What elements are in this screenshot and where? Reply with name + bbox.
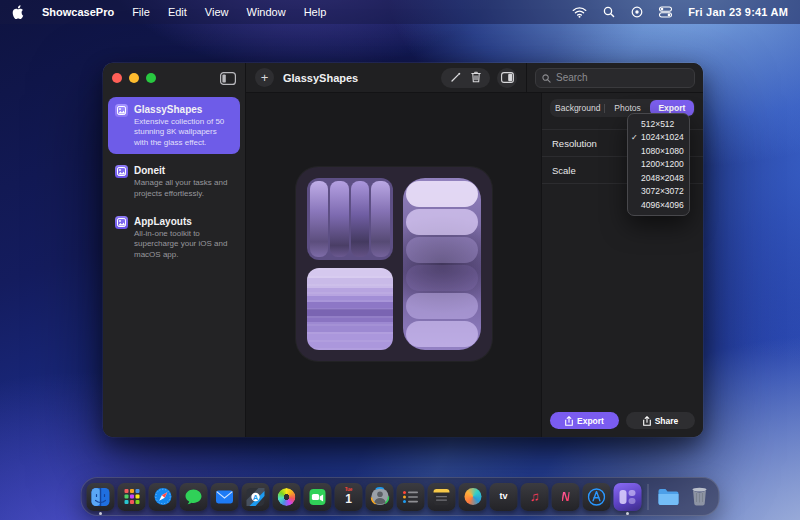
dock-facetime-icon[interactable] xyxy=(304,483,332,511)
project-thumbnail-icon xyxy=(115,165,128,178)
edit-pencil-icon[interactable] xyxy=(450,69,461,87)
svg-text:A: A xyxy=(253,492,259,501)
inspector-toggle-icon[interactable] xyxy=(497,68,517,88)
calendar-day: 1 xyxy=(345,493,353,505)
resolution-option[interactable]: 512×512 xyxy=(628,117,689,131)
dock-trash-icon[interactable] xyxy=(686,483,714,511)
sidebar-item-description: Manage all your tasks and projects effor… xyxy=(134,178,233,199)
dock-folder-icon[interactable] xyxy=(655,483,683,511)
sidebar-item-title: AppLayouts xyxy=(134,215,233,228)
resolution-option[interactable]: 3072×3072 xyxy=(628,185,689,199)
app-window: GlassyShapes Extensive collection of 50 … xyxy=(103,63,703,437)
dock-mail-icon[interactable] xyxy=(211,483,239,511)
checkmark-icon: ✓ xyxy=(631,133,638,142)
search-input[interactable] xyxy=(556,72,688,83)
sidebar-toggle-icon[interactable] xyxy=(220,72,236,85)
resolution-option[interactable]: 1200×1200 xyxy=(628,158,689,172)
waves-logo xyxy=(464,488,481,505)
project-thumbnail-icon xyxy=(115,104,128,117)
resolution-label: Resolution xyxy=(552,138,597,149)
sidebar-item-description: Extensive collection of 50 stunning 8K w… xyxy=(134,117,233,148)
dock-contacts-icon[interactable] xyxy=(366,483,394,511)
minimize-window-button[interactable] xyxy=(129,73,139,83)
dock-finder-icon[interactable] xyxy=(87,483,115,511)
sidebar-item-glassyshapes[interactable]: GlassyShapes Extensive collection of 50 … xyxy=(108,97,240,154)
menu-app-name[interactable]: ShowcasePro xyxy=(42,6,114,18)
scale-label: Scale xyxy=(552,165,576,176)
wallpaper-artwork xyxy=(296,167,492,361)
menu-help[interactable]: Help xyxy=(304,6,327,18)
sidebar: GlassyShapes Extensive collection of 50 … xyxy=(103,63,246,437)
dock-waves-app-icon[interactable] xyxy=(459,483,487,511)
dock-showcasepro-icon[interactable] xyxy=(614,483,642,511)
artwork-bars-card xyxy=(307,178,393,260)
spotlight-icon[interactable] xyxy=(603,6,615,18)
dock: A Tue 1 tv ♫ N xyxy=(81,477,720,516)
photos-flower xyxy=(278,488,296,506)
share-button[interactable]: Share xyxy=(626,412,695,429)
siri-icon[interactable] xyxy=(631,6,643,18)
window-title: GlassyShapes xyxy=(283,72,358,84)
dock-appstore-icon[interactable] xyxy=(583,483,611,511)
sidebar-titlebar xyxy=(103,63,245,93)
menu-bar: ShowcasePro File Edit View Window Help F… xyxy=(0,0,800,24)
menu-window[interactable]: Window xyxy=(247,6,286,18)
resolution-option[interactable]: 4096×4096 xyxy=(628,198,689,212)
resolution-option-selected[interactable]: ✓1024×1024 xyxy=(628,131,689,145)
dock-calendar-icon[interactable]: Tue 1 xyxy=(335,483,363,511)
apple-menu-icon[interactable] xyxy=(12,5,24,19)
resolution-option[interactable]: 1080×1080 xyxy=(628,144,689,158)
dock-divider xyxy=(648,484,649,510)
window-toolbar: + GlassyShapes xyxy=(246,63,703,93)
add-item-button[interactable]: + xyxy=(255,68,274,87)
menu-file[interactable]: File xyxy=(132,6,150,18)
sidebar-item-title: GlassyShapes xyxy=(134,103,233,116)
menu-view[interactable]: View xyxy=(205,6,229,18)
search-icon xyxy=(542,69,551,87)
sidebar-item-title: Doneit xyxy=(134,164,233,177)
sidebar-item-doneit[interactable]: Doneit Manage all your tasks and project… xyxy=(108,158,240,205)
close-window-button[interactable] xyxy=(112,73,122,83)
artwork-stripes-card xyxy=(307,268,393,350)
tab-background[interactable]: Background xyxy=(551,100,604,116)
resolution-dropdown-menu: 512×512 ✓1024×1024 1080×1080 1200×1200 2… xyxy=(627,113,690,216)
menu-edit[interactable]: Edit xyxy=(168,6,187,18)
edit-delete-group xyxy=(441,68,490,88)
dock-launchpad-icon[interactable] xyxy=(118,483,146,511)
artwork-pills-card xyxy=(403,178,481,350)
menubar-clock[interactable]: Fri Jan 23 9:41 AM xyxy=(688,6,788,18)
preview-canvas xyxy=(246,93,541,437)
dock-maps-icon[interactable]: A xyxy=(242,483,270,511)
dock-messages-icon[interactable] xyxy=(180,483,208,511)
news-logo: N xyxy=(561,491,570,503)
control-center-icon[interactable] xyxy=(659,6,672,18)
dock-news-icon[interactable]: N xyxy=(552,483,580,511)
sidebar-item-description: All-in-one toolkit to supercharge your i… xyxy=(134,229,233,260)
music-note: ♫ xyxy=(530,490,540,503)
wifi-icon[interactable] xyxy=(572,7,587,18)
dock-reminders-icon[interactable] xyxy=(397,483,425,511)
dock-music-icon[interactable]: ♫ xyxy=(521,483,549,511)
dock-appletv-icon[interactable]: tv xyxy=(490,483,518,511)
dock-notes-icon[interactable] xyxy=(428,483,456,511)
resolution-option[interactable]: 2048×2048 xyxy=(628,171,689,185)
tv-label: tv xyxy=(499,492,507,501)
zoom-window-button[interactable] xyxy=(146,73,156,83)
project-thumbnail-icon xyxy=(115,216,128,229)
export-button[interactable]: Export xyxy=(550,412,619,429)
search-field[interactable] xyxy=(535,68,695,88)
dock-safari-icon[interactable] xyxy=(149,483,177,511)
sidebar-item-applayouts[interactable]: AppLayouts All-in-one toolkit to superch… xyxy=(108,209,240,266)
dock-photos-icon[interactable] xyxy=(273,483,301,511)
delete-trash-icon[interactable] xyxy=(471,69,481,87)
